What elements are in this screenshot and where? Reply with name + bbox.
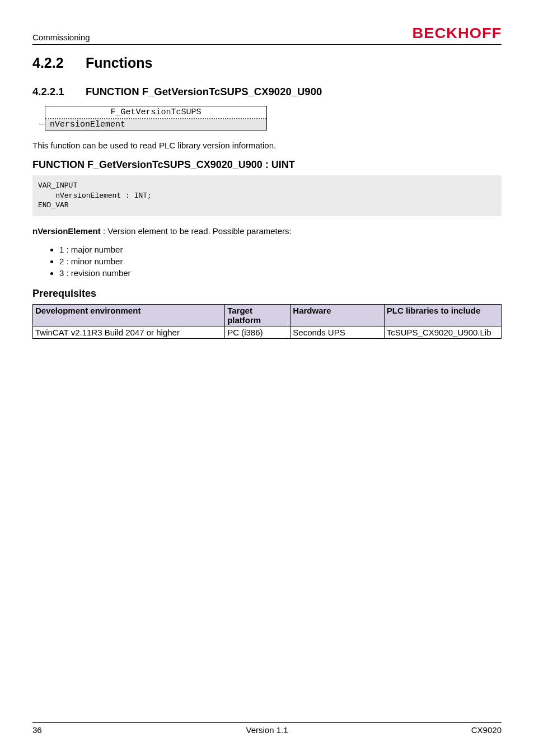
input-connector-icon	[39, 124, 45, 124]
td-dev-env: TwinCAT v2.11R3 Build 2047 or higher	[33, 326, 225, 338]
list-item: 1 : major number	[59, 245, 502, 254]
product-label: CX9020	[471, 725, 502, 735]
th-hardware: Hardware	[291, 304, 384, 326]
list-item: 2 : minor number	[59, 256, 502, 266]
param-values-list: 1 : major number 2 : minor number 3 : re…	[32, 245, 502, 278]
page-header: Commissioning BECKHOFF	[32, 25, 502, 45]
function-block-input: nVersionElement	[45, 119, 266, 130]
page-footer: 36 Version 1.1 CX9020	[32, 722, 502, 735]
heading-number: 4.2.2	[32, 55, 86, 71]
page-number: 36	[32, 725, 42, 735]
table-row: TwinCAT v2.11R3 Build 2047 or higher PC …	[33, 326, 502, 338]
prerequisites-table: Development environment Target platform …	[32, 304, 502, 339]
table-header-row: Development environment Target platform …	[33, 304, 502, 326]
beckhoff-logo: BECKHOFF	[412, 25, 502, 42]
function-block-input-label: nVersionElement	[50, 120, 125, 129]
code-block: VAR_INPUT nVersionElement : INT; END_VAR	[32, 175, 502, 216]
th-libraries: PLC libraries to include	[384, 304, 501, 326]
prerequisites-heading: Prerequisites	[32, 288, 502, 300]
td-hardware: Seconds UPS	[291, 326, 384, 338]
param-name: nVersionElement	[32, 226, 101, 236]
param-rest: : Version element to be read. Possible p…	[101, 226, 292, 236]
list-item: 3 : revision number	[59, 268, 502, 278]
function-block-diagram: F_GetVersionTcSUPS nVersionElement	[45, 106, 267, 130]
function-block-title: F_GetVersionTcSUPS	[45, 106, 266, 119]
th-dev-env: Development environment	[33, 304, 225, 326]
section-label: Commissioning	[32, 32, 90, 42]
heading-4-2-2-1: 4.2.2.1FUNCTION F_GetVersionTcSUPS_CX902…	[32, 86, 502, 98]
heading-text: FUNCTION F_GetVersionTcSUPS_CX9020_U900	[86, 86, 322, 97]
th-platform: Target platform	[225, 304, 291, 326]
td-libraries: TcSUPS_CX9020_U900.Lib	[384, 326, 501, 338]
heading-4-2-2: 4.2.2Functions	[32, 55, 502, 71]
heading-number: 4.2.2.1	[32, 86, 86, 98]
td-platform: PC (i386)	[225, 326, 291, 338]
heading-text: Functions	[86, 55, 152, 71]
intro-paragraph: This function can be used to read PLC li…	[32, 141, 502, 150]
param-description: nVersionElement : Version element to be …	[32, 226, 502, 236]
version-label: Version 1.1	[32, 725, 502, 735]
function-signature: FUNCTION F_GetVersionTcSUPS_CX9020_U900 …	[32, 159, 502, 171]
